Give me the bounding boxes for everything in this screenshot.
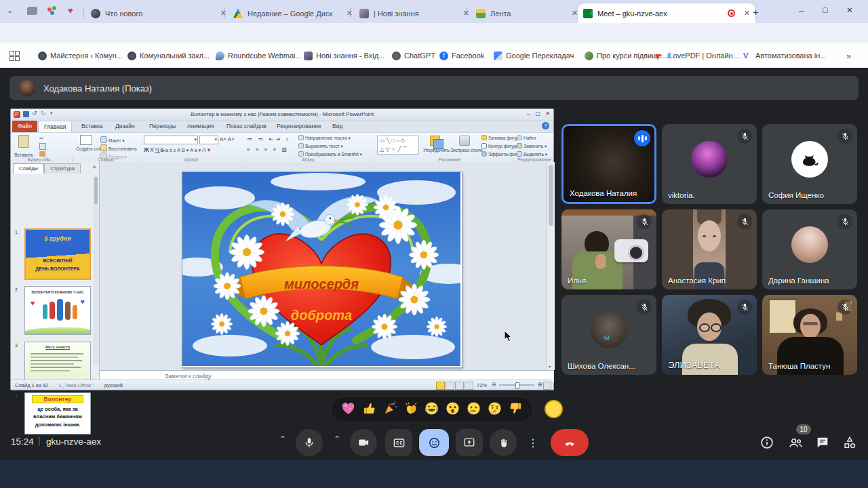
shape-outline-button[interactable]: Контур фигуры (481, 143, 519, 148)
camera-button[interactable] (350, 429, 377, 456)
smartart-button[interactable]: Преобразовать в SmartArt ▾ (298, 151, 362, 157)
ribbon-tab-transitions[interactable]: Переходы (144, 121, 182, 132)
raise-hand-button[interactable] (490, 429, 517, 456)
bookmark-roundcube[interactable]: Roundcube Webmai... (216, 49, 302, 62)
tab-google-drive[interactable]: Недавние – Google Диск ✕ (228, 3, 358, 23)
shapes-gallery[interactable]: ▭ ╲ □ ○ ◇△ ▽ ☆ ╱ ⌒ (377, 136, 419, 155)
bookmark-ilovepdf[interactable]: ♥iLovePDF | Онлайн... (655, 49, 739, 62)
participant-tile-khodakova[interactable]: Ходакова Наталия (561, 124, 656, 204)
select-button[interactable]: Выделить ▾ (517, 151, 547, 157)
ribbon-tab-view[interactable]: Вид (327, 121, 348, 132)
replace-button[interactable]: Заменить ▾ (517, 143, 547, 149)
bookmarks-overflow-button[interactable]: » (846, 49, 851, 62)
participant-tile-shikhova[interactable]: ω Шихова Олексан... (561, 295, 656, 375)
panel-scrollbar[interactable] (94, 176, 98, 365)
tab-close-icon[interactable]: ✕ (566, 9, 578, 18)
present-button[interactable] (456, 429, 483, 456)
captions-button[interactable] (385, 429, 412, 456)
grow-shrink-font-icons[interactable]: A˄ A˅ (220, 136, 235, 142)
pinned-tab-dots-icon[interactable] (47, 6, 57, 16)
bookmark-facebook[interactable]: fFacebook (439, 49, 484, 62)
participant-tile-darina[interactable]: Дарина Ганшина (762, 209, 857, 289)
editor-scrollbar[interactable]: ▾ (547, 162, 555, 370)
bookmark-novi-znannya[interactable]: Нові знання - Вхід... (304, 49, 384, 62)
ppt-maximize-button[interactable]: ▢ (535, 110, 540, 117)
pinned-tab-chat-icon[interactable] (27, 7, 37, 15)
thinking-face-icon[interactable] (487, 401, 502, 419)
arrange-button[interactable]: Упорядочить (423, 136, 446, 152)
participant-tile-tanyusha[interactable]: Танюша Пластун (762, 295, 857, 375)
find-button[interactable]: Найти (517, 135, 536, 140)
tab-search-chevron-icon[interactable]: ⌄ (7, 6, 18, 17)
font-size-select[interactable]: ▾ (199, 136, 218, 144)
font-name-select[interactable]: ▾ (144, 136, 198, 144)
align-buttons[interactable]: ≡ ≡ ≡ ≡ ▥ (247, 146, 289, 152)
zoom-out-icon[interactable]: ⊖ (491, 381, 496, 388)
quick-styles-button[interactable]: Экспресс-стили (450, 136, 479, 152)
tab-lenta[interactable]: Лента ✕ (471, 3, 583, 23)
tab-whats-new[interactable]: Что нового ✕ (85, 3, 232, 23)
cut-icon[interactable]: ✂ (39, 136, 44, 142)
pinned-tab-heart-icon[interactable]: ♥ (68, 5, 73, 16)
tab-novi-znannya[interactable]: | Нові знання ✕ (354, 3, 475, 23)
tab-close-icon[interactable]: ✕ (341, 9, 353, 18)
tab-meet-active[interactable]: Meet – gku-nzve-aex ✕ (578, 3, 755, 23)
bookmark-chatgpt[interactable]: ChatGPT (392, 49, 435, 62)
participant-tile-ilya[interactable]: Илья (561, 209, 656, 289)
participant-tile-sofia[interactable]: София Ищенко (762, 124, 857, 204)
shape-effects-button[interactable]: Эффекты фигур (481, 151, 522, 157)
panel-tab-outline[interactable]: Структура (44, 163, 81, 174)
end-call-button[interactable] (551, 429, 589, 456)
skin-tone-selector[interactable] (545, 400, 563, 418)
slide-thumbnail-4[interactable]: Волонтер це особа, яка за власним бажанн… (24, 392, 91, 434)
mic-options-chevron[interactable]: ⌃ (279, 434, 286, 444)
thumbs-up-icon[interactable] (361, 401, 377, 419)
reset-button[interactable]: Восстановить (100, 144, 137, 151)
tab-close-icon[interactable]: ✕ (458, 9, 469, 18)
slide-sorter-icon[interactable] (446, 382, 454, 390)
window-maximize-button[interactable]: ▢ (822, 6, 828, 14)
ribbon-tab-slideshow[interactable]: Показ слайдов (221, 121, 272, 132)
meeting-details-button[interactable] (760, 435, 776, 451)
reading-view-icon[interactable] (455, 382, 464, 390)
slideshow-view-icon[interactable] (465, 382, 473, 390)
bookmark-avtomatyzovana[interactable]: VАвтоматизована ін... (743, 49, 826, 62)
copy-icon[interactable] (39, 143, 46, 150)
tab-close-icon[interactable]: ✕ (738, 9, 750, 18)
participant-tile-elizaveta[interactable]: ЭЛИЗАВЕТА (662, 295, 757, 375)
shape-fill-button[interactable]: Заливка фигуры (481, 135, 522, 140)
ribbon-tab-animations[interactable]: Анимация (182, 121, 220, 132)
text-direction-button[interactable]: Направление текста ▾ (298, 135, 351, 141)
slide-thumbnail-1[interactable]: 5 грудня ВСЕСВІТНІЙ ДЕНЬ ВОЛОНТЕРА (24, 228, 91, 280)
mic-button[interactable] (296, 429, 323, 456)
ppt-minimize-button[interactable]: – (527, 110, 530, 117)
more-options-button[interactable]: ⋮ (522, 429, 544, 456)
slide-thumbnail-2[interactable]: ВОЛОНТЕР В КОЖНОМУ З НАС ♥ ♥ (24, 286, 91, 335)
apps-grid-icon[interactable] (9, 51, 19, 60)
tab-close-icon[interactable]: ✕ (215, 9, 226, 18)
fit-to-window-icon[interactable] (543, 382, 551, 390)
format-painter-icon[interactable] (39, 151, 45, 157)
clapping-hands-icon[interactable] (403, 401, 419, 419)
panel-close-icon[interactable]: ✕ (92, 165, 96, 170)
crying-face-icon[interactable] (466, 401, 481, 419)
ribbon-tab-review[interactable]: Рецензирование (271, 121, 327, 132)
bookmark-maisternya[interactable]: Майстерня ‹ Комун... (38, 49, 123, 62)
tears-of-joy-icon[interactable] (424, 401, 439, 419)
window-close-button[interactable]: ✕ (846, 5, 853, 15)
cam-options-chevron[interactable]: ⌃ (334, 434, 340, 444)
thumbs-down-icon[interactable] (508, 401, 524, 419)
normal-view-icon[interactable] (436, 382, 445, 390)
slide-canvas[interactable]: милосердя доброта (182, 171, 462, 368)
font-style-buttons[interactable]: ЖКЧSabcАВ▾Aa▾А▾ (144, 146, 212, 153)
party-popper-icon[interactable] (382, 401, 398, 419)
window-minimize-button[interactable]: – (799, 5, 804, 16)
list-indent-buttons[interactable]: ≔ ≕ ⇤⇥ ↕ (247, 136, 290, 142)
ribbon-tab-home[interactable]: Главная (38, 121, 72, 133)
activities-button[interactable] (842, 435, 859, 451)
bookmark-translate[interactable]: Google Перекладач (494, 49, 574, 62)
align-text-button[interactable]: Выровнять текст ▾ (298, 143, 343, 149)
people-button[interactable] (788, 435, 804, 451)
ppt-close-button[interactable]: ✕ (545, 110, 550, 117)
ribbon-tab-file[interactable]: Файл (12, 121, 37, 132)
